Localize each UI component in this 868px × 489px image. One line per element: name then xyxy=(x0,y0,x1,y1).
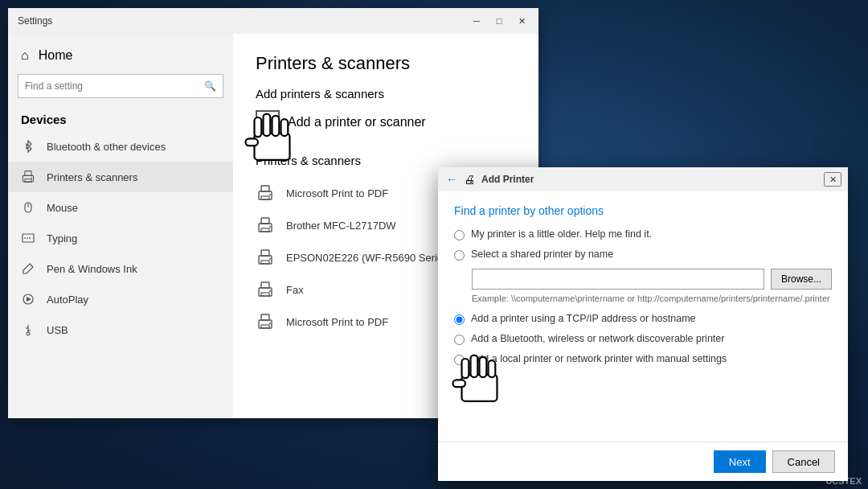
radio-wireless-label: Add a Bluetooth, wireless or network dis… xyxy=(471,333,724,344)
maximize-button[interactable]: □ xyxy=(489,14,510,28)
dialog-title-bar: ← 🖨 Add Printer ✕ xyxy=(438,167,848,191)
close-button[interactable]: ✕ xyxy=(511,14,532,28)
dialog-body: Find a printer by other options My print… xyxy=(438,191,848,442)
settings-title-bar: Settings ─ □ ✕ xyxy=(8,8,538,34)
title-bar-controls: ─ □ ✕ xyxy=(466,14,532,28)
search-icon: 🔍 xyxy=(204,80,216,92)
dialog-footer: Next Cancel xyxy=(438,442,848,481)
radio-tcpip-label: Add a printer using a TCP/IP address or … xyxy=(471,313,696,324)
radio-older-label: My printer is a little older. Help me fi… xyxy=(471,228,652,240)
sidebar: ⌂ Home 🔍 Devices Bluetooth & other devic… xyxy=(8,34,233,418)
dialog-close-button[interactable]: ✕ xyxy=(824,172,841,187)
shared-printer-row: Browse... xyxy=(472,269,832,290)
printers-section-title: Printers & scanners xyxy=(256,154,516,167)
pen-icon xyxy=(21,261,35,276)
dialog-title-text: Add Printer xyxy=(481,174,534,185)
svg-point-3 xyxy=(31,177,33,179)
bluetooth-icon xyxy=(21,139,35,154)
printer-dialog-icon: 🖨 xyxy=(464,173,475,186)
shared-printer-input[interactable] xyxy=(472,269,764,290)
svg-rect-1 xyxy=(25,171,31,176)
example-text-content: Example: \\computername\printername or h… xyxy=(472,294,830,303)
radio-shared[interactable] xyxy=(454,250,465,261)
radio-manual-label: Add a local printer or network printer w… xyxy=(471,353,727,364)
autoplay-icon xyxy=(21,292,35,306)
plus-icon: + xyxy=(256,110,280,134)
sidebar-item-mouse-label: Mouse xyxy=(47,202,78,214)
mouse-icon xyxy=(21,200,35,215)
minimize-button[interactable]: ─ xyxy=(466,14,487,28)
radio-option-manual[interactable]: Add a local printer or network printer w… xyxy=(454,353,832,365)
typing-icon xyxy=(21,231,35,245)
sidebar-item-home[interactable]: ⌂ Home xyxy=(8,40,233,71)
add-section-title: Add printers & scanners xyxy=(256,87,516,101)
radio-manual[interactable] xyxy=(454,355,465,365)
usb-icon xyxy=(21,323,35,337)
svg-rect-29 xyxy=(261,282,269,288)
browse-button[interactable]: Browse... xyxy=(771,269,832,290)
svg-rect-16 xyxy=(259,191,272,199)
radio-option-tcpip[interactable]: Add a printer using a TCP/IP address or … xyxy=(454,313,832,325)
sidebar-item-autoplay[interactable]: AutoPlay xyxy=(8,284,233,314)
sidebar-item-bluetooth[interactable]: Bluetooth & other devices xyxy=(8,131,233,162)
add-printer-dialog: ← 🖨 Add Printer ✕ Find a printer by othe… xyxy=(438,167,848,481)
sidebar-search[interactable]: 🔍 xyxy=(18,74,223,98)
next-button[interactable]: Next xyxy=(714,450,766,473)
svg-rect-20 xyxy=(259,224,272,232)
sidebar-item-bluetooth-label: Bluetooth & other devices xyxy=(47,141,166,153)
radio-option-wireless[interactable]: Add a Bluetooth, wireless or network dis… xyxy=(454,333,832,345)
printer-name: Microsoft Print to PDF xyxy=(286,187,388,199)
radio-option-shared[interactable]: Select a shared printer by name xyxy=(454,249,832,261)
radio-shared-label: Select a shared printer by name xyxy=(471,249,613,260)
dialog-section-title: Find a printer by other options xyxy=(454,204,832,217)
svg-marker-11 xyxy=(27,297,31,302)
printer-name: Microsoft Print to PDF xyxy=(286,316,388,328)
dialog-back-button[interactable]: ← xyxy=(446,173,457,186)
svg-rect-32 xyxy=(259,320,272,328)
sidebar-item-printers-label: Printers & scanners xyxy=(47,171,137,183)
page-title: Printers & scanners xyxy=(256,53,516,74)
svg-rect-24 xyxy=(259,256,272,264)
sidebar-item-pen[interactable]: Pen & Windows Ink xyxy=(8,253,233,284)
svg-rect-6 xyxy=(23,234,34,242)
svg-point-19 xyxy=(269,194,271,195)
cancel-button[interactable]: Cancel xyxy=(772,450,835,473)
svg-point-35 xyxy=(269,323,271,324)
sidebar-item-pen-label: Pen & Windows Ink xyxy=(47,263,137,275)
svg-point-27 xyxy=(269,258,271,260)
settings-title: Settings xyxy=(18,15,52,27)
printer-name: EPSON02E226 (WF-R5690 Series) xyxy=(286,252,452,264)
printer-name: Fax xyxy=(286,284,304,296)
radio-option-older[interactable]: My printer is a little older. Help me fi… xyxy=(454,228,832,240)
search-input[interactable] xyxy=(25,80,204,92)
sidebar-item-usb-label: USB xyxy=(47,324,68,336)
sidebar-item-typing-label: Typing xyxy=(47,232,77,244)
example-text: Example: \\computername\printername or h… xyxy=(472,293,832,305)
sidebar-item-usb[interactable]: USB xyxy=(8,314,233,345)
radio-wireless[interactable] xyxy=(454,335,465,345)
home-icon: ⌂ xyxy=(21,48,29,63)
radio-older[interactable] xyxy=(454,230,465,240)
svg-rect-21 xyxy=(261,218,269,224)
sidebar-item-mouse[interactable]: Mouse xyxy=(8,192,233,223)
sidebar-item-typing[interactable]: Typing xyxy=(8,223,233,253)
sidebar-item-autoplay-label: AutoPlay xyxy=(47,294,88,306)
printer-name: Brother MFC-L2717DW xyxy=(286,220,396,232)
radio-tcpip[interactable] xyxy=(454,314,465,325)
printer-icon xyxy=(21,170,35,184)
svg-rect-28 xyxy=(259,288,272,296)
sidebar-home-label: Home xyxy=(39,48,73,63)
svg-rect-33 xyxy=(261,314,269,320)
watermark: UCSTEX xyxy=(825,476,862,486)
sidebar-section-title: Devices xyxy=(8,105,233,131)
dialog-title-content: ← 🖨 Add Printer xyxy=(446,173,534,186)
add-printer-button[interactable]: + Add a printer or scanner xyxy=(256,110,516,134)
add-printer-label: Add a printer or scanner xyxy=(288,115,426,129)
sidebar-item-printers[interactable]: Printers & scanners xyxy=(8,162,233,192)
svg-rect-17 xyxy=(261,186,269,191)
svg-point-23 xyxy=(269,226,271,228)
svg-point-31 xyxy=(269,290,271,292)
svg-rect-25 xyxy=(261,250,269,256)
